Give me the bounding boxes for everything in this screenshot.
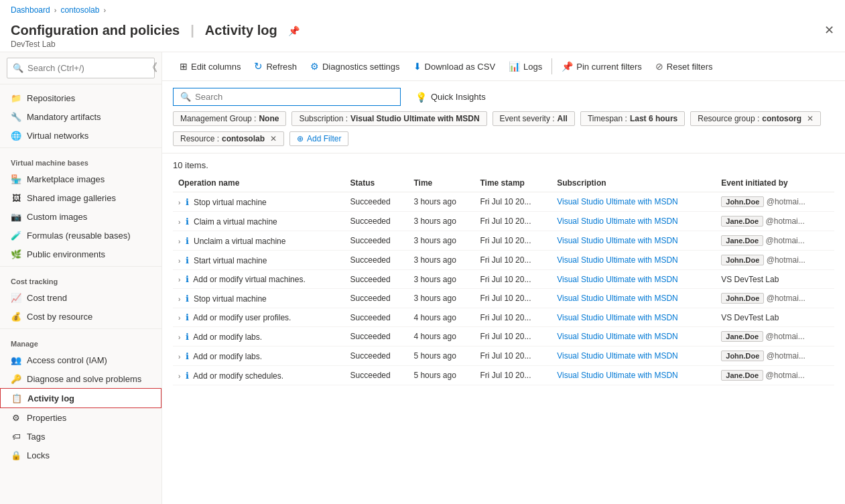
expand-row-button[interactable]: › (178, 238, 180, 245)
add-filter-icon: ⊕ (297, 134, 304, 143)
expand-row-button[interactable]: › (178, 276, 180, 284)
expand-row-button[interactable]: › (178, 334, 180, 341)
cell-subscription: Visual Studio Ultimate with MSDN (551, 251, 716, 270)
expand-row-button[interactable]: › (178, 314, 180, 322)
sidebar-item-shared-image-galleries[interactable]: 🖼 Shared image galleries (0, 188, 161, 207)
cell-operation: › ℹ Start virtual machine (173, 251, 345, 270)
sidebar-item-cost-trend[interactable]: 📈 Cost trend (0, 288, 161, 307)
table-row: › ℹ Start virtual machine Succeeded 3 ho… (173, 251, 834, 270)
cell-status: Succeeded (345, 212, 409, 231)
quick-insights-button[interactable]: 💡 Quick Insights (409, 88, 493, 106)
breadcrumb-contosolab[interactable]: contosolab (60, 5, 99, 15)
refresh-label: Refresh (266, 62, 297, 72)
sidebar-item-virtual-networks[interactable]: 🌐 Virtual networks (0, 126, 161, 145)
expand-row-button[interactable]: › (178, 218, 180, 226)
pin-icon[interactable]: 📌 (288, 25, 300, 36)
sidebar-item-locks[interactable]: 🔒 Locks (0, 446, 161, 464)
sidebar-item-tags[interactable]: 🏷 Tags (0, 427, 161, 446)
expand-row-button[interactable]: › (178, 353, 180, 361)
cell-status: Succeeded (345, 346, 409, 366)
subscription-link[interactable]: Visual Studio Ultimate with MSDN (557, 313, 678, 322)
collapse-sidebar-button[interactable]: 《 (144, 61, 160, 75)
reset-filters-button[interactable]: ⊘ Reset filters (649, 58, 720, 74)
subscription-link[interactable]: Visual Studio Ultimate with MSDN (557, 236, 678, 245)
sidebar-item-diagnose[interactable]: 🔑 Diagnose and solve problems (0, 369, 161, 388)
sidebar-item-marketplace-images[interactable]: 🏪 Marketplace images (0, 170, 161, 188)
logs-label: Logs (523, 62, 542, 72)
diagnostics-settings-button[interactable]: ⚙ Diagnostics settings (304, 58, 407, 74)
cell-event-initiated: VS DevTest Lab (716, 270, 834, 289)
filter-tag-subscription[interactable]: Subscription : Visual Studio Ultimate wi… (291, 111, 486, 126)
sidebar-item-public-environments[interactable]: 🌿 Public environments (0, 245, 161, 263)
remove-resource-group-filter[interactable]: ✕ (807, 114, 814, 123)
sidebar-item-access-control[interactable]: 👥 Access control (IAM) (0, 351, 161, 369)
sidebar-item-label: Properties (27, 413, 66, 423)
edit-columns-button[interactable]: ⊞ Edit columns (173, 58, 247, 74)
filter-tag-event-severity[interactable]: Event severity : All (493, 111, 575, 126)
table-row: › ℹ Stop virtual machine Succeeded 3 hou… (173, 192, 834, 212)
sidebar-section-manage: Manage (0, 332, 161, 351)
iam-icon: 👥 (11, 355, 21, 365)
sidebar-item-label: Shared image galleries (27, 193, 116, 203)
sidebar-item-custom-images[interactable]: 📷 Custom images (0, 207, 161, 226)
user-suffix: @hotmai... (767, 294, 805, 303)
filter-tag-resource[interactable]: Resource : contosolab ✕ (173, 131, 284, 146)
filter-tag-resource-group[interactable]: Resource group : contosorg ✕ (690, 111, 821, 126)
filter-tag-label: Timespan : (588, 114, 627, 123)
edit-columns-label: Edit columns (191, 62, 241, 72)
search-input[interactable] (195, 92, 393, 102)
subscription-link[interactable]: Visual Studio Ultimate with MSDN (557, 371, 678, 380)
table-area: 10 items. Operation name Status Time Tim… (162, 153, 845, 504)
cell-operation: › ℹ Add or modify user profiles. (173, 308, 345, 327)
reset-filters-label: Reset filters (667, 62, 713, 72)
table-row: › ℹ Add or modify virtual machines. Succ… (173, 270, 834, 289)
expand-row-button[interactable]: › (178, 296, 180, 303)
add-filter-label: Add Filter (307, 134, 341, 143)
user-badge: Jane.Doe (721, 331, 763, 342)
sidebar-item-label: Repositories (27, 93, 75, 103)
subscription-link[interactable]: Visual Studio Ultimate with MSDN (557, 294, 678, 303)
sidebar-item-formulas[interactable]: 🧪 Formulas (reusable bases) (0, 226, 161, 245)
refresh-button[interactable]: ↻ Refresh (247, 58, 304, 75)
add-filter-button[interactable]: ⊕ Add Filter (289, 131, 348, 146)
logs-button[interactable]: 📊 Logs (502, 58, 549, 74)
remove-resource-filter[interactable]: ✕ (270, 134, 277, 143)
download-csv-button[interactable]: ⬇ Download as CSV (407, 58, 503, 74)
cell-timestamp: Fri Jul 10 20... (474, 270, 551, 289)
expand-row-button[interactable]: › (178, 257, 180, 265)
filter-tag-timespan[interactable]: Timespan : Last 6 hours (580, 111, 685, 126)
sidebar-item-properties[interactable]: ⚙ Properties (0, 408, 161, 427)
info-icon: ℹ (186, 236, 189, 246)
sidebar-search-input[interactable] (27, 63, 140, 73)
filter-tag-value: None (259, 114, 279, 123)
close-button[interactable]: ✕ (824, 23, 834, 38)
expand-row-button[interactable]: › (178, 199, 180, 206)
expand-row-button[interactable]: › (178, 373, 180, 380)
subscription-link[interactable]: Visual Studio Ultimate with MSDN (557, 351, 678, 361)
sidebar-item-label: Formulas (reusable bases) (27, 231, 131, 241)
sidebar-item-activity-log[interactable]: 📋 Activity log (0, 388, 161, 408)
subscription-link[interactable]: Visual Studio Ultimate with MSDN (557, 255, 678, 265)
pin-filters-button[interactable]: 📌 Pin current filters (555, 58, 649, 74)
breadcrumb-dashboard[interactable]: Dashboard (11, 5, 50, 15)
subscription-link[interactable]: Visual Studio Ultimate with MSDN (557, 197, 678, 206)
subscription-link[interactable]: Visual Studio Ultimate with MSDN (557, 332, 678, 341)
sidebar-item-label: Locks (27, 450, 50, 460)
subscription-link[interactable]: Visual Studio Ultimate with MSDN (557, 216, 678, 226)
diagnostics-label: Diagnostics settings (322, 62, 400, 72)
marketplace-icon: 🏪 (11, 174, 21, 184)
sidebar-item-label: Cost by resource (27, 312, 92, 322)
header-left: Configuration and policies | Activity lo… (11, 23, 300, 49)
sidebar-item-mandatory-artifacts[interactable]: 🔧 Mandatory artifacts (0, 107, 161, 126)
sidebar-item-label: Virtual networks (27, 131, 88, 141)
activity-log-table: Operation name Status Time Time stamp Su… (173, 174, 834, 385)
edit-columns-icon: ⊞ (180, 61, 188, 72)
cell-time: 3 hours ago (408, 270, 474, 289)
filter-tag-management-group[interactable]: Management Group : None (173, 111, 286, 126)
filter-tag-label: Event severity : (500, 114, 555, 123)
cell-time: 4 hours ago (408, 327, 474, 346)
sidebar-item-repositories[interactable]: 📁 Repositories (0, 88, 161, 107)
subscription-link[interactable]: Visual Studio Ultimate with MSDN (557, 275, 678, 284)
sidebar-item-cost-by-resource[interactable]: 💰 Cost by resource (0, 307, 161, 326)
user-badge: Jane.Doe (721, 370, 763, 381)
